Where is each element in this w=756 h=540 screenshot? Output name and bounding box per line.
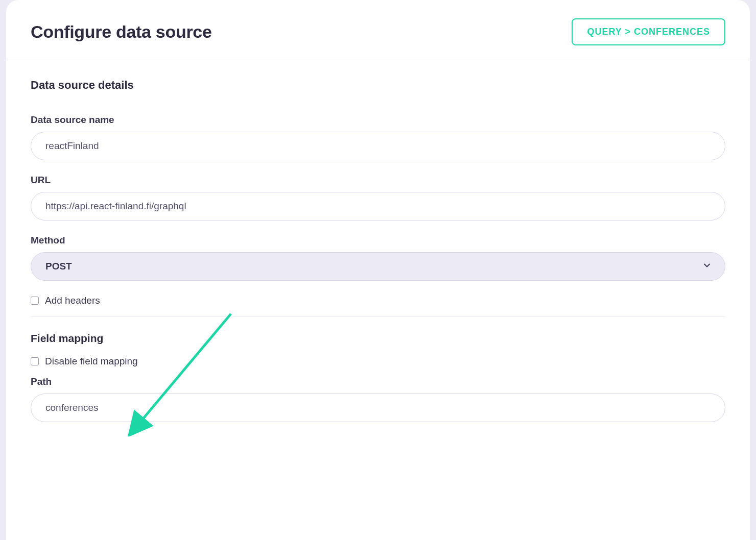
label-method: Method <box>31 235 725 246</box>
section-title-details: Data source details <box>31 79 725 92</box>
field-data-source-name: Data source name <box>31 114 725 160</box>
input-url[interactable] <box>31 192 725 220</box>
checkbox-add-headers-row: Add headers <box>31 295 725 306</box>
checkbox-add-headers[interactable] <box>31 297 39 305</box>
field-method: Method POST <box>31 235 725 281</box>
input-path[interactable] <box>31 394 725 422</box>
label-path: Path <box>31 376 725 387</box>
select-method[interactable]: POST <box>31 252 725 281</box>
section-title-mapping: Field mapping <box>31 332 725 345</box>
header: Configure data source QUERY > CONFERENCE… <box>6 0 750 60</box>
field-url: URL <box>31 175 725 220</box>
label-data-source-name: Data source name <box>31 114 725 126</box>
field-path: Path <box>31 376 725 422</box>
label-url: URL <box>31 175 725 186</box>
config-card: Configure data source QUERY > CONFERENCE… <box>6 0 750 540</box>
label-add-headers: Add headers <box>45 295 100 306</box>
checkbox-disable-mapping[interactable] <box>31 357 39 365</box>
content: Data source details Data source name URL… <box>6 60 750 455</box>
input-data-source-name[interactable] <box>31 132 725 160</box>
label-disable-mapping: Disable field mapping <box>45 356 138 367</box>
checkbox-disable-mapping-row: Disable field mapping <box>31 356 725 367</box>
query-badge: QUERY > CONFERENCES <box>572 18 725 45</box>
page-title: Configure data source <box>31 22 212 42</box>
divider <box>31 316 725 317</box>
select-method-wrap: POST <box>31 252 725 281</box>
